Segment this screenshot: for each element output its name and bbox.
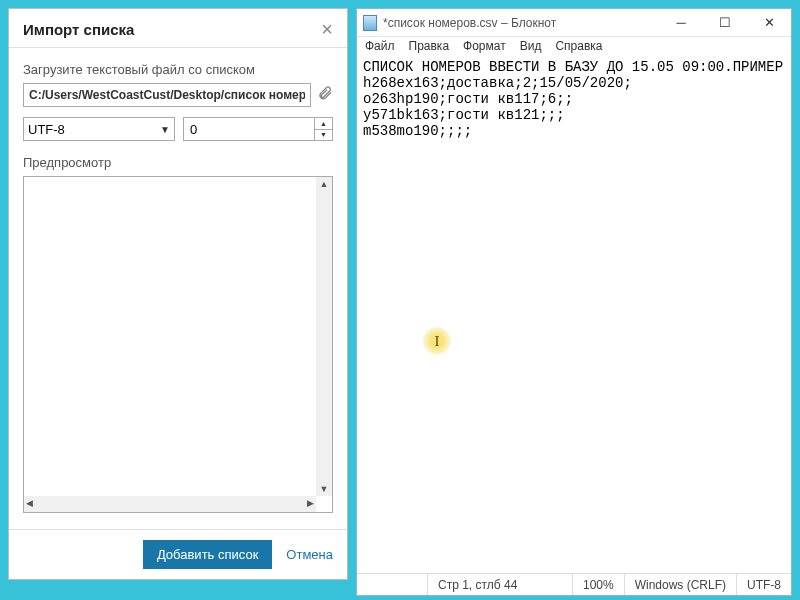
menu-format[interactable]: Формат: [463, 39, 506, 55]
preview-label: Предпросмотр: [23, 155, 333, 170]
menubar: Файл Правка Формат Вид Справка: [357, 37, 791, 57]
menu-file[interactable]: Файл: [365, 39, 395, 55]
menu-edit[interactable]: Правка: [409, 39, 450, 55]
close-button[interactable]: ✕: [747, 9, 791, 36]
attach-icon[interactable]: [317, 85, 333, 105]
text-line: m538mo190;;;;: [363, 123, 472, 139]
status-encoding: UTF-8: [736, 574, 791, 595]
notepad-icon: [363, 15, 377, 31]
notepad-window: *список номеров.csv – Блокнот ─ ☐ ✕ Файл…: [356, 8, 792, 596]
status-position: Стр 1, стлб 44: [427, 574, 572, 595]
notepad-textarea[interactable]: СПИСОК НОМЕРОВ ВВЕСТИ В БАЗУ ДО 15.05 09…: [357, 57, 791, 573]
import-dialog: Импорт списка × Загрузите текстовый файл…: [8, 8, 348, 580]
dialog-header: Импорт списка ×: [9, 9, 347, 48]
status-zoom: 100%: [572, 574, 624, 595]
dialog-body: Загрузите текстовый файл со списком UTF-…: [9, 48, 347, 529]
text-line: y571bk163;гости кв121;;;: [363, 107, 565, 123]
spinner-value: 0: [184, 118, 314, 140]
status-lineending: Windows (CRLF): [624, 574, 736, 595]
window-buttons: ─ ☐ ✕: [659, 9, 791, 36]
dialog-footer: Добавить список Отмена: [9, 529, 347, 579]
add-list-button[interactable]: Добавить список: [143, 540, 272, 569]
status-spacer: [357, 574, 427, 595]
minimize-button[interactable]: ─: [659, 9, 703, 36]
menu-help[interactable]: Справка: [555, 39, 602, 55]
cancel-button[interactable]: Отмена: [286, 547, 333, 562]
chevron-down-icon: ▼: [160, 124, 170, 135]
scrollbar-horizontal[interactable]: ◀ ▶: [24, 496, 316, 512]
text-cursor-icon: I: [423, 327, 451, 355]
encoding-value: UTF-8: [28, 122, 65, 137]
load-file-label: Загрузите текстовый файл со списком: [23, 62, 333, 77]
file-row: [23, 83, 333, 107]
scrollbar-vertical[interactable]: ▲ ▼: [316, 177, 332, 496]
dialog-title: Импорт списка: [23, 21, 134, 38]
scroll-up-icon[interactable]: ▲: [316, 177, 332, 191]
scroll-down-icon[interactable]: ▼: [316, 482, 332, 496]
maximize-button[interactable]: ☐: [703, 9, 747, 36]
number-spinner[interactable]: 0 ▲ ▼: [183, 117, 333, 141]
close-icon[interactable]: ×: [321, 19, 333, 39]
encoding-row: UTF-8 ▼ 0 ▲ ▼: [23, 117, 333, 141]
text-line: o263hp190;гости кв117;6;;: [363, 91, 573, 107]
titlebar[interactable]: *список номеров.csv – Блокнот ─ ☐ ✕: [357, 9, 791, 37]
window-title: *список номеров.csv – Блокнот: [383, 16, 659, 30]
scroll-left-icon[interactable]: ◀: [24, 496, 35, 512]
statusbar: Стр 1, стлб 44 100% Windows (CRLF) UTF-8: [357, 573, 791, 595]
menu-view[interactable]: Вид: [520, 39, 542, 55]
text-line: h268ex163;доставка;2;15/05/2020;: [363, 75, 632, 91]
spinner-arrows: ▲ ▼: [314, 118, 332, 140]
spinner-up-icon[interactable]: ▲: [315, 118, 332, 130]
encoding-select[interactable]: UTF-8 ▼: [23, 117, 175, 141]
preview-area[interactable]: ▲ ▼ ◀ ▶: [23, 176, 333, 513]
scroll-right-icon[interactable]: ▶: [305, 496, 316, 512]
file-path-input[interactable]: [23, 83, 311, 107]
spinner-down-icon[interactable]: ▼: [315, 130, 332, 141]
text-line: СПИСОК НОМЕРОВ ВВЕСТИ В БАЗУ ДО 15.05 09…: [363, 59, 791, 75]
